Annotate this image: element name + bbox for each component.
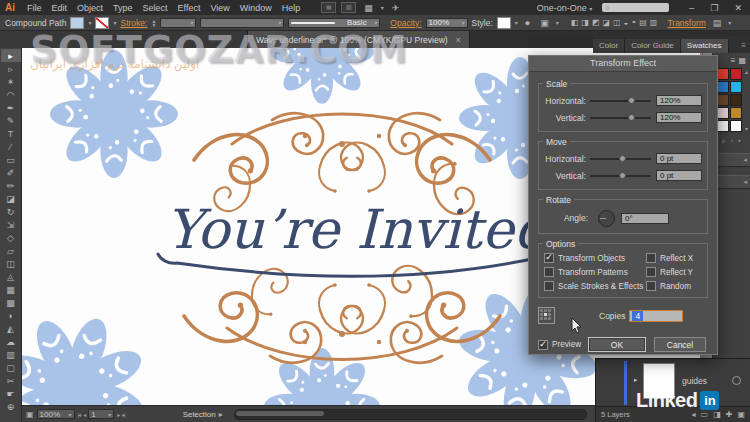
rotate-tool[interactable]: ↻ bbox=[1, 205, 21, 218]
cancel-button[interactable]: Cancel bbox=[654, 337, 706, 352]
menu-help[interactable]: Help bbox=[277, 3, 306, 13]
document-tab-active[interactable]: Wavy underline.ai* @ 100% (CMYK/GPU Prev… bbox=[248, 31, 470, 48]
document-setup-icon[interactable]: ▣ bbox=[537, 18, 552, 28]
align-icon[interactable]: ◧ bbox=[571, 18, 579, 27]
scale-horizontal-slider[interactable] bbox=[590, 100, 651, 102]
color-swatch[interactable] bbox=[730, 81, 742, 93]
perspective-grid-tool[interactable]: ◬ bbox=[1, 270, 21, 283]
line-segment-tool[interactable]: ∕ bbox=[1, 140, 21, 153]
mesh-tool[interactable]: ▦ bbox=[1, 283, 21, 296]
type-tool[interactable]: T bbox=[1, 127, 21, 140]
arrange-documents-icon[interactable]: ▦ bbox=[361, 3, 376, 13]
stroke-color-swatch[interactable] bbox=[95, 17, 109, 29]
ok-button[interactable]: OK bbox=[588, 337, 646, 352]
scale-vertical-slider[interactable] bbox=[590, 117, 651, 119]
status-text[interactable]: Selection bbox=[183, 410, 216, 419]
workspace-switcher[interactable]: One-on-One ▾ bbox=[537, 3, 593, 13]
move-horizontal-slider[interactable] bbox=[590, 158, 651, 160]
align-icon[interactable]: ▤ bbox=[639, 18, 647, 27]
move-vertical-slider[interactable] bbox=[590, 175, 651, 177]
slider-thumb[interactable] bbox=[619, 155, 626, 162]
close-button[interactable]: ✕ bbox=[726, 3, 750, 13]
expand-layer-icon[interactable]: ▸ bbox=[634, 376, 638, 384]
new-swatch-icon[interactable]: ▫ bbox=[731, 137, 733, 145]
align-icon[interactable]: ◩ bbox=[592, 18, 600, 27]
color-swatch[interactable] bbox=[730, 94, 742, 106]
swatch-scrollbar[interactable]: ▴ ▾ bbox=[745, 68, 748, 132]
artboard-number-field[interactable]: 1▾ bbox=[88, 409, 114, 419]
tab-color[interactable]: Color bbox=[593, 39, 625, 53]
artboard-tool[interactable]: ▢ bbox=[1, 361, 21, 374]
preview-checkbox[interactable]: ✓ Preview bbox=[538, 339, 581, 351]
reference-point-cell[interactable] bbox=[544, 309, 547, 312]
stroke-link[interactable]: Stroke: bbox=[120, 18, 147, 28]
invite-headline-text[interactable]: You’re Invited bbox=[166, 198, 553, 261]
slice-tool[interactable]: ✂ bbox=[1, 374, 21, 387]
dialog-title[interactable]: Transform Effect bbox=[529, 56, 717, 72]
magic-wand-tool[interactable]: ✶ bbox=[1, 75, 21, 88]
opacity-link[interactable]: Opacity: bbox=[390, 18, 421, 28]
reference-point-locator[interactable] bbox=[538, 307, 555, 324]
checkbox-random[interactable]: Random bbox=[646, 280, 702, 292]
menu-type[interactable]: Type bbox=[108, 3, 138, 13]
angle-dial[interactable] bbox=[598, 210, 615, 227]
search-input[interactable]: ○ bbox=[602, 3, 669, 12]
checkbox-reflect-y[interactable]: Reflect Y bbox=[646, 266, 702, 278]
list-view-icon[interactable]: ≡ bbox=[731, 56, 736, 65]
color-swatch[interactable] bbox=[730, 120, 742, 132]
layer-thumbnail[interactable] bbox=[643, 363, 675, 399]
column-graph-tool[interactable]: ▥ bbox=[1, 348, 21, 361]
close-tab-icon[interactable]: × bbox=[456, 35, 461, 45]
paintbrush-tool[interactable]: ✐ bbox=[1, 166, 21, 179]
color-swatch[interactable] bbox=[717, 81, 729, 93]
zoom-tool[interactable]: ⊕ bbox=[1, 400, 21, 413]
export-icon[interactable]: ▣ bbox=[26, 410, 34, 419]
reference-point-cell[interactable] bbox=[544, 317, 547, 320]
chevron-down-icon[interactable]: ▾ bbox=[515, 19, 518, 26]
direct-selection-tool[interactable]: ▹ bbox=[1, 62, 21, 75]
color-swatch[interactable] bbox=[717, 120, 729, 132]
panel-menu-icon[interactable]: ≡ bbox=[741, 41, 750, 53]
stroke-weight-stepper[interactable]: ▲▼ bbox=[151, 19, 156, 27]
layers-panel-icon[interactable]: ◂ bbox=[692, 410, 696, 419]
chevron-down-icon[interactable]: ▾ bbox=[113, 19, 116, 26]
layer-name[interactable]: guides bbox=[682, 376, 707, 386]
variable-width-profile-dropdown[interactable]: ▾ bbox=[200, 18, 284, 28]
share-icon[interactable]: ✈ bbox=[389, 3, 403, 13]
stroke-weight-field[interactable]: ▾ bbox=[160, 18, 196, 28]
chevron-down-icon[interactable]: ▾ bbox=[88, 19, 91, 26]
color-swatch[interactable] bbox=[717, 94, 729, 106]
rectangle-tool[interactable]: ▭ bbox=[1, 153, 21, 166]
pen-tool[interactable]: ✒ bbox=[1, 101, 21, 114]
bridge-button[interactable]: ▤ bbox=[321, 2, 336, 13]
layers-panel-icon[interactable]: ▭ bbox=[701, 410, 709, 419]
width-tool[interactable]: ◇ bbox=[1, 231, 21, 244]
chevron-down-icon[interactable]: ▾ bbox=[728, 19, 731, 26]
lasso-tool[interactable]: ◠ bbox=[1, 88, 21, 101]
free-transform-tool[interactable]: ▱ bbox=[1, 244, 21, 257]
menu-select[interactable]: Select bbox=[138, 3, 173, 13]
slider-thumb[interactable] bbox=[619, 172, 626, 179]
tab-color-guide[interactable]: Color Guide bbox=[625, 39, 681, 53]
curvature-tool[interactable]: ✎ bbox=[1, 114, 21, 127]
align-icon[interactable]: ◨ bbox=[581, 18, 589, 27]
reference-point-cell[interactable] bbox=[540, 309, 543, 312]
reference-point-cell[interactable] bbox=[548, 313, 551, 316]
layer-target-icon[interactable] bbox=[732, 376, 741, 385]
slider-thumb[interactable] bbox=[628, 114, 635, 121]
reference-point-cell[interactable] bbox=[544, 313, 547, 316]
menu-file[interactable]: File bbox=[22, 3, 47, 13]
color-swatch[interactable] bbox=[730, 68, 742, 80]
scale-tool[interactable]: ⇲ bbox=[1, 218, 21, 231]
scrollbar-thumb[interactable] bbox=[236, 411, 324, 416]
brush-definition-dropdown[interactable]: Basic▾ bbox=[288, 18, 380, 28]
hand-tool[interactable]: ☛ bbox=[1, 387, 21, 400]
menu-window[interactable]: Window bbox=[235, 3, 277, 13]
pencil-tool[interactable]: ✏ bbox=[1, 179, 21, 192]
panel-icon[interactable]: ▤ bbox=[710, 18, 725, 28]
chevron-down-icon[interactable]: ▾ bbox=[556, 19, 559, 26]
swatch-libraries-icon[interactable]: ▹ bbox=[722, 137, 726, 145]
restore-button[interactable]: ❐ bbox=[702, 3, 726, 13]
reference-point-cell[interactable] bbox=[540, 317, 543, 320]
minimize-button[interactable]: – bbox=[681, 3, 702, 13]
